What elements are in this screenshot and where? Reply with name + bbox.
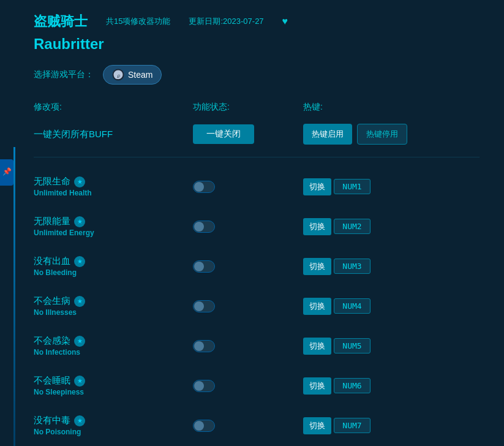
switch-button[interactable]: 切换: [303, 218, 331, 235]
hotkey-row: 切换 NUM7: [303, 417, 475, 434]
mod-row: 没有出血 ★ No Bleeding 切换 NUM3: [34, 255, 480, 277]
toggle-switch[interactable]: [193, 221, 215, 233]
header: 盗贼骑士 共15项修改器功能 更新日期:2023-07-27 ♥: [34, 12, 480, 31]
key-badge: NUM2: [334, 219, 370, 234]
toggle-cell: [193, 260, 303, 273]
column-headers: 修改项: 功能状态: 热键:: [34, 102, 480, 113]
key-badge: NUM4: [334, 298, 370, 314]
mod-name-cn: 没有出血 ★: [34, 255, 193, 267]
hotkey-buttons: 热键启用 热键停用: [303, 124, 475, 145]
key-badge: NUM3: [334, 259, 370, 274]
toggle-switch[interactable]: [193, 260, 215, 273]
mod-list: 无限生命 ★ Unlimited Health 切换 NUM1 无限能量 ★: [34, 176, 480, 436]
switch-button[interactable]: 切换: [303, 377, 331, 395]
mod-name-block: 没有中毒 ★ No Poisoning: [34, 415, 193, 436]
mod-name-block: 不会感染 ★ No Infections: [34, 335, 193, 357]
key-badge: NUM1: [334, 179, 370, 194]
switch-button[interactable]: 切换: [303, 298, 331, 315]
toggle-switch[interactable]: [193, 380, 215, 392]
star-badge: ★: [74, 415, 85, 426]
star-badge: ★: [74, 176, 85, 187]
hotkey-row: 切换 NUM6: [303, 377, 475, 395]
mod-name-en: No Poisoning: [34, 428, 193, 436]
mod-col-header: 修改项:: [34, 102, 193, 113]
toggle-switch[interactable]: [193, 181, 215, 193]
mod-row: 不会感染 ★ No Infections 切换 NUM5: [34, 335, 480, 357]
game-title-cn: 盗贼骑士: [34, 12, 88, 31]
star-badge: ★: [74, 216, 85, 227]
key-badge: NUM5: [334, 338, 370, 353]
status-col-header: 功能状态:: [193, 102, 303, 113]
toggle-knob: [194, 421, 204, 431]
mod-name-block: 不会睡眠 ★ No Sleepiness: [34, 375, 193, 396]
mod-name-cn: 无限生命 ★: [34, 176, 193, 187]
onekey-row: 一键关闭所有BUFF 一键关闭 热键启用 热键停用: [34, 124, 480, 157]
steam-label: Steam: [128, 70, 152, 80]
mod-name-en: No Infections: [34, 348, 193, 357]
mod-name-en: Unlimited Health: [34, 189, 193, 197]
update-date: 更新日期:2023-07-27: [189, 16, 263, 27]
platform-label: 选择游戏平台：: [34, 69, 94, 80]
toggle-knob: [194, 381, 204, 391]
mod-name-en: No Sleepiness: [34, 388, 193, 396]
mod-name-en: Unlimited Energy: [34, 229, 193, 237]
toggle-knob: [194, 341, 204, 351]
toggle-cell: [193, 221, 303, 233]
toggle-knob: [194, 182, 204, 192]
main-container: 盗贼骑士 共15项修改器功能 更新日期:2023-07-27 ♥ Raubrit…: [0, 0, 504, 446]
mod-name-block: 无限生命 ★ Unlimited Health: [34, 176, 193, 197]
mod-name-block: 不会生病 ★ No Illnesses: [34, 295, 193, 317]
side-tab[interactable]: 📌 角色: [0, 159, 13, 186]
switch-button[interactable]: 切换: [303, 338, 331, 355]
onekey-close-cell: 一键关闭: [193, 124, 303, 144]
favorite-icon[interactable]: ♥: [282, 16, 288, 27]
left-accent-bar: [13, 147, 15, 446]
mod-name-cn: 没有中毒 ★: [34, 415, 193, 426]
mod-name-block: 无限能量 ★ Unlimited Energy: [34, 216, 193, 237]
mod-name-block: 没有出血 ★ No Bleeding: [34, 255, 193, 277]
hotkey-row: 切换 NUM1: [303, 178, 475, 195]
mod-row: 不会生病 ★ No Illnesses 切换 NUM4: [34, 295, 480, 317]
steam-logo-icon: [112, 69, 124, 81]
toggle-switch[interactable]: [193, 340, 215, 352]
hotkey-col-header: 热键:: [303, 102, 475, 113]
mod-row: 无限生命 ★ Unlimited Health 切换 NUM1: [34, 176, 480, 197]
mod-row: 无限能量 ★ Unlimited Energy 切换 NUM2: [34, 216, 480, 237]
mod-name-en: No Bleeding: [34, 268, 193, 277]
hotkey-row: 切换 NUM5: [303, 338, 475, 355]
hotkey-row: 切换 NUM3: [303, 258, 475, 275]
platform-row: 选择游戏平台： Steam: [34, 65, 480, 85]
mod-name-cn: 不会生病 ★: [34, 295, 193, 307]
game-title-en: Raubritter: [34, 36, 480, 53]
toggle-cell: [193, 340, 303, 352]
switch-button[interactable]: 切换: [303, 258, 331, 275]
toggle-cell: [193, 300, 303, 312]
pin-icon: 📌: [2, 167, 11, 176]
toggle-switch[interactable]: [193, 300, 215, 312]
key-badge: NUM7: [334, 418, 370, 433]
key-badge: NUM6: [334, 378, 370, 393]
onekey-close-button[interactable]: 一键关闭: [193, 124, 254, 144]
mod-count: 共15项修改器功能: [106, 16, 170, 27]
toggle-knob: [194, 262, 204, 271]
hotkey-disable-button[interactable]: 热键停用: [357, 124, 407, 145]
mod-name-cn: 不会感染 ★: [34, 335, 193, 347]
mod-row: 不会睡眠 ★ No Sleepiness 切换 NUM6: [34, 375, 480, 396]
steam-button[interactable]: Steam: [103, 65, 162, 85]
svg-point-1: [118, 75, 120, 77]
onekey-label: 一键关闭所有BUFF: [34, 129, 193, 140]
toggle-knob: [194, 222, 204, 232]
hotkey-enable-button[interactable]: 热键启用: [303, 124, 352, 145]
toggle-cell: [193, 380, 303, 392]
switch-button[interactable]: 切换: [303, 417, 331, 434]
hotkey-row: 切换 NUM4: [303, 298, 475, 315]
toggle-cell: [193, 181, 303, 193]
mod-row: 没有中毒 ★ No Poisoning 切换 NUM7: [34, 415, 480, 436]
star-badge: ★: [74, 336, 85, 347]
toggle-switch[interactable]: [193, 420, 215, 432]
hotkey-row: 切换 NUM2: [303, 218, 475, 235]
mod-name-cn: 不会睡眠 ★: [34, 375, 193, 387]
mod-name-cn: 无限能量 ★: [34, 216, 193, 227]
mod-name-en: No Illnesses: [34, 308, 193, 317]
switch-button[interactable]: 切换: [303, 178, 331, 195]
